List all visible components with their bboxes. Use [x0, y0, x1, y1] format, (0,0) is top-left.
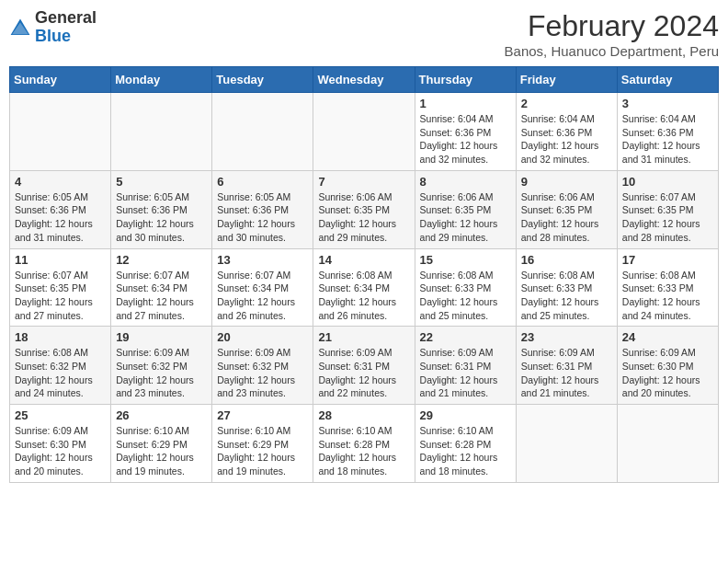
day-info: Sunrise: 6:10 AM Sunset: 6:29 PM Dayligh… [116, 424, 207, 478]
day-info: Sunrise: 6:07 AM Sunset: 6:35 PM Dayligh… [15, 269, 106, 323]
day-number: 15 [420, 253, 511, 267]
calendar-cell: 5Sunrise: 6:05 AM Sunset: 6:36 PM Daylig… [111, 170, 212, 248]
logo-blue: Blue [35, 27, 71, 45]
calendar-cell: 7Sunrise: 6:06 AM Sunset: 6:35 PM Daylig… [313, 170, 415, 248]
calendar-week-row: 11Sunrise: 6:07 AM Sunset: 6:35 PM Dayli… [10, 248, 719, 327]
day-info: Sunrise: 6:08 AM Sunset: 6:32 PM Dayligh… [15, 346, 106, 400]
day-number: 9 [521, 175, 612, 189]
title-area: February 2024 Banos, Huanuco Department,… [505, 9, 719, 59]
day-number: 16 [521, 253, 612, 267]
header: General Blue February 2024 Banos, Huanuc… [9, 9, 719, 59]
svg-marker-1 [12, 22, 28, 34]
day-number: 14 [318, 253, 409, 267]
calendar-cell: 13Sunrise: 6:07 AM Sunset: 6:34 PM Dayli… [212, 248, 313, 327]
calendar-week-row: 18Sunrise: 6:08 AM Sunset: 6:32 PM Dayli… [10, 327, 719, 405]
calendar-cell [617, 405, 718, 483]
calendar-cell: 18Sunrise: 6:08 AM Sunset: 6:32 PM Dayli… [10, 327, 111, 405]
calendar-cell [10, 93, 111, 171]
day-info: Sunrise: 6:09 AM Sunset: 6:32 PM Dayligh… [116, 346, 207, 400]
calendar-cell: 9Sunrise: 6:06 AM Sunset: 6:35 PM Daylig… [516, 170, 617, 248]
calendar-header-wednesday: Wednesday [313, 67, 415, 93]
calendar-week-row: 1Sunrise: 6:04 AM Sunset: 6:36 PM Daylig… [10, 93, 719, 171]
calendar-header-thursday: Thursday [415, 67, 516, 93]
day-info: Sunrise: 6:09 AM Sunset: 6:31 PM Dayligh… [420, 346, 511, 400]
day-info: Sunrise: 6:09 AM Sunset: 6:30 PM Dayligh… [622, 346, 713, 400]
calendar-cell [313, 93, 415, 171]
day-info: Sunrise: 6:05 AM Sunset: 6:36 PM Dayligh… [116, 190, 207, 245]
logo-text: General Blue [35, 9, 97, 46]
calendar-cell: 2Sunrise: 6:04 AM Sunset: 6:36 PM Daylig… [516, 93, 617, 171]
day-info: Sunrise: 6:04 AM Sunset: 6:36 PM Dayligh… [622, 112, 713, 167]
day-number: 2 [521, 97, 612, 110]
day-info: Sunrise: 6:05 AM Sunset: 6:36 PM Dayligh… [15, 190, 106, 245]
day-number: 4 [15, 175, 106, 189]
calendar-cell [111, 93, 212, 171]
day-number: 1 [420, 97, 511, 110]
day-info: Sunrise: 6:09 AM Sunset: 6:32 PM Dayligh… [217, 346, 308, 400]
calendar-header-row: SundayMondayTuesdayWednesdayThursdayFrid… [10, 67, 719, 93]
day-info: Sunrise: 6:06 AM Sunset: 6:35 PM Dayligh… [521, 190, 612, 245]
day-number: 27 [217, 408, 308, 422]
calendar-cell: 8Sunrise: 6:06 AM Sunset: 6:35 PM Daylig… [415, 170, 516, 248]
calendar-cell: 10Sunrise: 6:07 AM Sunset: 6:35 PM Dayli… [617, 170, 718, 248]
main-title: February 2024 [505, 9, 719, 43]
day-number: 7 [318, 175, 409, 189]
calendar-cell: 27Sunrise: 6:10 AM Sunset: 6:29 PM Dayli… [212, 405, 313, 483]
day-number: 5 [116, 175, 207, 189]
day-info: Sunrise: 6:05 AM Sunset: 6:36 PM Dayligh… [217, 190, 308, 245]
day-info: Sunrise: 6:08 AM Sunset: 6:33 PM Dayligh… [521, 269, 612, 323]
day-number: 13 [217, 253, 308, 267]
calendar-cell: 16Sunrise: 6:08 AM Sunset: 6:33 PM Dayli… [516, 248, 617, 327]
day-number: 8 [420, 175, 511, 189]
day-number: 12 [116, 253, 207, 267]
day-number: 20 [217, 330, 308, 344]
day-info: Sunrise: 6:07 AM Sunset: 6:35 PM Dayligh… [622, 190, 713, 245]
calendar-header-friday: Friday [516, 67, 617, 93]
day-number: 21 [318, 330, 409, 344]
calendar-header-saturday: Saturday [617, 67, 718, 93]
logo: General Blue [9, 9, 97, 46]
calendar-cell: 28Sunrise: 6:10 AM Sunset: 6:28 PM Dayli… [313, 405, 415, 483]
calendar-week-row: 4Sunrise: 6:05 AM Sunset: 6:36 PM Daylig… [10, 170, 719, 248]
calendar-cell [212, 93, 313, 171]
calendar-cell: 6Sunrise: 6:05 AM Sunset: 6:36 PM Daylig… [212, 170, 313, 248]
day-number: 25 [15, 408, 106, 422]
day-number: 24 [622, 330, 713, 344]
day-number: 29 [420, 408, 511, 422]
day-info: Sunrise: 6:04 AM Sunset: 6:36 PM Dayligh… [420, 112, 511, 167]
subtitle: Banos, Huanuco Department, Peru [505, 43, 719, 59]
calendar-header-tuesday: Tuesday [212, 67, 313, 93]
day-info: Sunrise: 6:07 AM Sunset: 6:34 PM Dayligh… [116, 269, 207, 323]
day-info: Sunrise: 6:09 AM Sunset: 6:31 PM Dayligh… [318, 346, 409, 400]
calendar-cell: 17Sunrise: 6:08 AM Sunset: 6:33 PM Dayli… [617, 248, 718, 327]
calendar-cell: 12Sunrise: 6:07 AM Sunset: 6:34 PM Dayli… [111, 248, 212, 327]
logo-general: General [35, 8, 97, 27]
calendar-cell: 26Sunrise: 6:10 AM Sunset: 6:29 PM Dayli… [111, 405, 212, 483]
calendar-cell: 14Sunrise: 6:08 AM Sunset: 6:34 PM Dayli… [313, 248, 415, 327]
day-number: 6 [217, 175, 308, 189]
day-number: 28 [318, 408, 409, 422]
day-info: Sunrise: 6:07 AM Sunset: 6:34 PM Dayligh… [217, 269, 308, 323]
calendar-week-row: 25Sunrise: 6:09 AM Sunset: 6:30 PM Dayli… [10, 405, 719, 483]
calendar-table: SundayMondayTuesdayWednesdayThursdayFrid… [9, 66, 719, 483]
day-number: 23 [521, 330, 612, 344]
calendar-cell [516, 405, 617, 483]
calendar-cell: 23Sunrise: 6:09 AM Sunset: 6:31 PM Dayli… [516, 327, 617, 405]
calendar-cell: 20Sunrise: 6:09 AM Sunset: 6:32 PM Dayli… [212, 327, 313, 405]
day-info: Sunrise: 6:10 AM Sunset: 6:29 PM Dayligh… [217, 424, 308, 478]
day-info: Sunrise: 6:09 AM Sunset: 6:30 PM Dayligh… [15, 424, 106, 478]
day-info: Sunrise: 6:08 AM Sunset: 6:33 PM Dayligh… [622, 269, 713, 323]
day-info: Sunrise: 6:06 AM Sunset: 6:35 PM Dayligh… [318, 190, 409, 245]
day-number: 10 [622, 175, 713, 189]
day-number: 26 [116, 408, 207, 422]
day-info: Sunrise: 6:08 AM Sunset: 6:34 PM Dayligh… [318, 269, 409, 323]
calendar-cell: 24Sunrise: 6:09 AM Sunset: 6:30 PM Dayli… [617, 327, 718, 405]
calendar-cell: 22Sunrise: 6:09 AM Sunset: 6:31 PM Dayli… [415, 327, 516, 405]
day-number: 11 [15, 253, 106, 267]
day-number: 17 [622, 253, 713, 267]
day-number: 19 [116, 330, 207, 344]
calendar-cell: 25Sunrise: 6:09 AM Sunset: 6:30 PM Dayli… [10, 405, 111, 483]
day-info: Sunrise: 6:08 AM Sunset: 6:33 PM Dayligh… [420, 269, 511, 323]
day-number: 3 [622, 97, 713, 110]
calendar-cell: 3Sunrise: 6:04 AM Sunset: 6:36 PM Daylig… [617, 93, 718, 171]
